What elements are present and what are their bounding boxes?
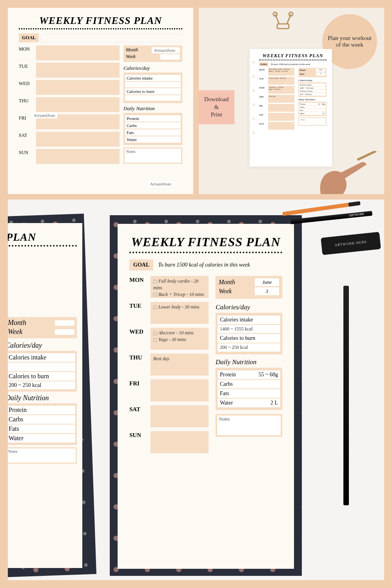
goal-input[interactable] (41, 34, 182, 42)
goal-label: GOAL (19, 33, 39, 42)
page-title: WEEKLY FITNESS PLAN (129, 235, 282, 249)
svg-rect-0 (277, 24, 289, 29)
day-label-wed: WED (129, 328, 148, 335)
day-label-sun: SUN (19, 149, 34, 156)
day-box-tue[interactable]: Lower body - 30 mins (151, 302, 209, 324)
week-value[interactable]: 3 (255, 287, 279, 295)
day-box-sat[interactable] (151, 405, 209, 427)
day-label-mon: MON (19, 45, 34, 52)
day-label-mon: MON (129, 276, 148, 283)
divider (129, 252, 282, 253)
day-box-mon[interactable]: Full body cardio - 20 minsBack + Tricep … (151, 276, 209, 298)
nut-water: Water (127, 137, 179, 142)
binder-clip-icon (269, 10, 297, 42)
page-title: WEEKLY FITNESS PLAN (19, 15, 182, 27)
mini-planner-preview: WEEKLY FITNESS PLAN GOALTo burn 1500 kca… (250, 49, 332, 167)
eraser-icon: ARTWORK HERE (321, 232, 381, 255)
day-label-tue: TUE (129, 302, 148, 309)
nut-protein: Protein (127, 116, 179, 121)
nutrition-header: Daily Nutrition (123, 105, 182, 112)
week-label: Week (126, 54, 160, 60)
week-input[interactable] (160, 54, 180, 60)
cal-intake-value[interactable]: 1400 ~ 1555 kcal (220, 326, 278, 332)
week-label: Week (219, 288, 255, 295)
partial-sheet-left: SS PLAN Month Week Calories/day Calories… (8, 223, 82, 568)
nut-fats: Fats (127, 130, 179, 135)
cal-intake-label: Calories intake (220, 317, 278, 323)
calories-header: Calories/day (216, 303, 282, 311)
nut-water-val[interactable]: 2 L (270, 400, 278, 406)
cal-burn-label: Calories to burn (127, 89, 179, 94)
day-label-wed: WED (19, 80, 34, 87)
nutrition-header: Daily Nutrition (216, 358, 282, 366)
day-box-fri[interactable] (151, 379, 209, 401)
day-box-wed[interactable]: Abs/core - 10 minsYoga - 30 mins (151, 328, 209, 350)
notes-label[interactable]: Notes (125, 149, 181, 163)
main-filled-sheet: WEEKLY FITNESS PLAN GOAL To burn 1500 kc… (118, 224, 294, 569)
goal-text[interactable]: To burn 1500 kcal of calories in this we… (156, 262, 250, 268)
watermark: ArtsandJean (31, 112, 57, 118)
cal-burn-value[interactable]: 200 ~ 250 kcal (220, 345, 278, 350)
panel-desk-mockup: SS PLAN Month Week Calories/day Calories… (8, 200, 384, 580)
day-label-sun: SUN (129, 431, 148, 439)
day-box[interactable] (36, 132, 120, 147)
nut-protein: Protein (220, 372, 258, 378)
day-label-fri: FRI (129, 379, 148, 387)
nut-fats: Fats (220, 390, 278, 397)
hand-holding-pen-icon (306, 151, 376, 194)
cal-burn-label: Calories to burn (220, 335, 278, 341)
day-box[interactable] (36, 80, 120, 95)
cal-intake-label: Calories intake (127, 76, 179, 80)
nut-carbs: Carbs (220, 381, 278, 387)
day-box[interactable] (36, 149, 120, 164)
day-box-sun[interactable] (151, 431, 209, 453)
watermark: ArtsandJean (148, 181, 174, 187)
panel-blank-template: WEEKLY FITNESS PLAN GOAL MON TUE WED THU… (8, 8, 193, 194)
nut-protein-val[interactable]: 55 ~ 68g (258, 372, 278, 378)
calories-header: Calories/day (123, 65, 182, 71)
nut-water: Water (220, 400, 270, 406)
cal-intake-input[interactable] (125, 82, 181, 87)
goal-label: GOAL (129, 260, 153, 270)
day-label-sat: SAT (129, 405, 148, 413)
notes-box[interactable]: Notes (217, 416, 281, 435)
pencil-icon (343, 286, 349, 505)
download-print-label: Download&Print (199, 90, 234, 124)
day-label-thu: THU (19, 97, 34, 104)
watermark: ArtsandJean (152, 47, 178, 53)
cal-burn-input[interactable] (125, 95, 181, 101)
month-value[interactable]: June (255, 278, 279, 286)
svg-rect-3 (357, 151, 376, 161)
day-label-sat: SAT (19, 132, 34, 138)
day-box-thu[interactable]: Rest day (151, 354, 209, 376)
day-label-thu: THU (129, 354, 148, 361)
nut-carbs: Carbs (127, 123, 179, 128)
day-label-tue: TUE (19, 63, 34, 69)
day-box[interactable] (36, 63, 120, 78)
day-box[interactable] (36, 97, 120, 112)
day-box[interactable] (36, 45, 120, 60)
month-label: Month (219, 279, 255, 286)
divider (19, 28, 182, 29)
panel-lifestyle-mockup: Plan your workout of the week Download&P… (199, 8, 384, 194)
